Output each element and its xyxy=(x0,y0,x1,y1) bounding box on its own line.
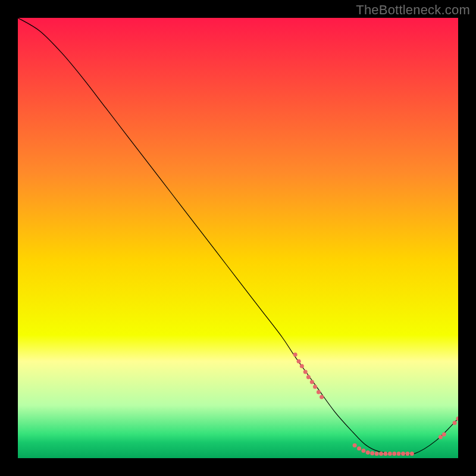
dot-highlight-dots xyxy=(353,443,357,447)
dot-highlight-dots xyxy=(313,385,317,389)
dot-highlight-dots xyxy=(410,452,414,456)
dot-highlight-dots xyxy=(405,452,409,456)
dot-highlight-dots xyxy=(317,390,321,394)
dot-highlight-dots xyxy=(453,421,457,425)
dot-highlight-dots xyxy=(442,433,446,437)
dot-highlight-dots xyxy=(375,452,379,456)
dot-highlight-dots xyxy=(303,369,308,374)
dot-highlight-dots xyxy=(392,452,396,456)
dot-highlight-dots xyxy=(397,452,401,456)
dot-highlight-dots xyxy=(297,359,301,364)
dot-highlight-dots xyxy=(306,375,311,379)
gradient-background xyxy=(18,18,458,458)
dot-highlight-dots xyxy=(370,451,374,455)
dot-highlight-dots xyxy=(379,452,383,456)
plot-area xyxy=(18,18,458,458)
dot-highlight-dots xyxy=(383,452,387,456)
dot-highlight-dots xyxy=(388,452,392,456)
dot-highlight-dots xyxy=(401,452,405,456)
dot-highlight-dots xyxy=(320,395,324,399)
dot-highlight-dots xyxy=(293,353,298,357)
dot-highlight-dots xyxy=(439,435,443,439)
chart-frame: TheBottleneck.com xyxy=(0,0,476,476)
dot-highlight-dots xyxy=(310,380,314,384)
dot-highlight-dots xyxy=(361,449,365,453)
dot-highlight-dots xyxy=(357,446,361,450)
bottleneck-chart xyxy=(18,18,458,458)
watermark-text: TheBottleneck.com xyxy=(356,2,470,18)
dot-highlight-dots xyxy=(366,450,370,455)
dot-highlight-dots xyxy=(300,364,304,368)
